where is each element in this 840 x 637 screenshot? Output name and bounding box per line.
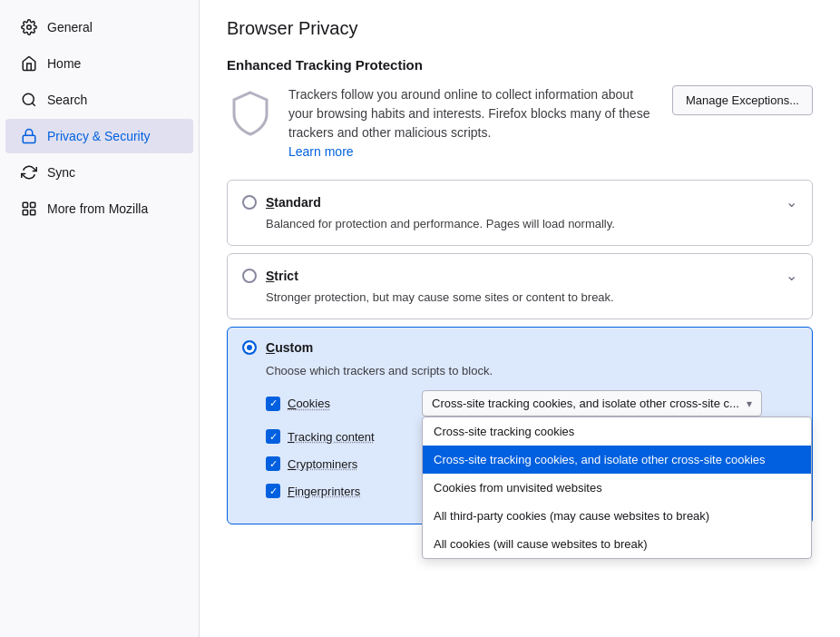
checkbox-cookies[interactable] [266, 397, 280, 411]
sidebar-label-mozilla: More from Mozilla [47, 201, 148, 216]
dropdown-option-5[interactable]: All cookies (will cause websites to brea… [423, 530, 811, 558]
sidebar-item-general[interactable]: General [5, 10, 193, 44]
sidebar-item-mozilla[interactable]: More from Mozilla [5, 191, 193, 226]
page-title: Browser Privacy [227, 18, 813, 39]
option-strict[interactable]: Strict ⌄ Stronger protection, but may ca… [227, 253, 813, 319]
sidebar-item-home[interactable]: Home [5, 46, 193, 81]
dropdown-option-4[interactable]: All third-party cookies (may cause websi… [423, 502, 811, 530]
shield-icon [227, 89, 274, 139]
search-icon [20, 91, 38, 109]
manage-exceptions-button[interactable]: Manage Exceptions... [672, 85, 813, 115]
svg-line-2 [32, 103, 34, 105]
sync-icon [20, 163, 38, 181]
sidebar: General Home Search Privacy & Security S… [0, 0, 200, 637]
chevron-standard: ⌄ [786, 193, 797, 211]
option-label-strict: Strict [266, 269, 298, 283]
custom-body: Choose which trackers and scripts to blo… [266, 364, 797, 498]
checkbox-tracking[interactable] [266, 429, 280, 444]
svg-rect-5 [31, 202, 35, 207]
home-icon [20, 54, 38, 73]
svg-point-0 [27, 25, 32, 30]
main-content: Browser Privacy Enhanced Tracking Protec… [200, 0, 840, 637]
sidebar-label-privacy: Privacy & Security [47, 129, 151, 143]
svg-rect-4 [23, 202, 27, 207]
option-label-standard: Standard [266, 195, 321, 210]
svg-rect-7 [31, 211, 35, 215]
option-desc-strict: Stronger protection, but may cause some … [266, 289, 797, 306]
checkbox-label-cookies: Cookies [288, 397, 330, 410]
svg-rect-6 [23, 211, 27, 215]
svg-rect-3 [23, 135, 35, 142]
cookies-dropdown-menu: Cross-site tracking cookies Cross-site t… [422, 416, 812, 559]
sidebar-label-general: General [47, 20, 93, 34]
cookies-dropdown-wrap: Cross-site tracking cookies, and isolate… [422, 390, 762, 416]
dropdown-arrow-icon: ▾ [747, 397, 752, 410]
mozilla-icon [20, 200, 38, 218]
etp-block: Trackers follow you around online to col… [227, 85, 813, 162]
radio-standard[interactable] [242, 195, 257, 210]
gear-icon [20, 18, 38, 36]
option-label-custom: Custom [266, 340, 313, 355]
dropdown-option-1[interactable]: Cross-site tracking cookies [423, 417, 811, 446]
learn-more-link[interactable]: Learn more [288, 144, 354, 159]
svg-point-1 [23, 93, 34, 104]
sidebar-label-sync: Sync [47, 165, 75, 180]
dropdown-option-3[interactable]: Cookies from unvisited websites [423, 474, 811, 502]
checkbox-cryptominers[interactable] [266, 456, 280, 471]
checkbox-label-cryptominers: Cryptominers [288, 457, 357, 471]
chevron-strict: ⌄ [786, 267, 797, 284]
cookies-dropdown-button[interactable]: Cross-site tracking cookies, and isolate… [422, 390, 762, 416]
sidebar-item-sync[interactable]: Sync [5, 155, 193, 190]
sidebar-label-home: Home [47, 56, 81, 71]
radio-custom[interactable] [242, 340, 257, 355]
custom-row-cookies: Cookies Cross-site tracking cookies, and… [266, 390, 797, 416]
checkbox-label-fingerprinters: Fingerprinters [288, 485, 360, 498]
sidebar-item-privacy[interactable]: Privacy & Security [5, 119, 193, 153]
radio-strict[interactable] [242, 269, 257, 283]
lock-icon [20, 127, 38, 145]
section-title: Enhanced Tracking Protection [227, 57, 813, 73]
custom-desc: Choose which trackers and scripts to blo… [266, 364, 797, 377]
option-desc-standard: Balanced for protection and performance.… [266, 216, 797, 232]
option-standard[interactable]: Standard ⌄ Balanced for protection and p… [227, 180, 813, 246]
etp-description: Trackers follow you around online to col… [288, 85, 658, 162]
checkbox-fingerprinters[interactable] [266, 484, 280, 498]
cookies-dropdown-value: Cross-site tracking cookies, and isolate… [432, 397, 739, 410]
option-custom[interactable]: Custom Choose which trackers and scripts… [227, 327, 813, 524]
sidebar-item-search[interactable]: Search [5, 83, 193, 117]
checkbox-label-tracking: Tracking content [288, 430, 375, 444]
sidebar-label-search: Search [47, 93, 87, 107]
dropdown-option-2[interactable]: Cross-site tracking cookies, and isolate… [423, 446, 811, 474]
